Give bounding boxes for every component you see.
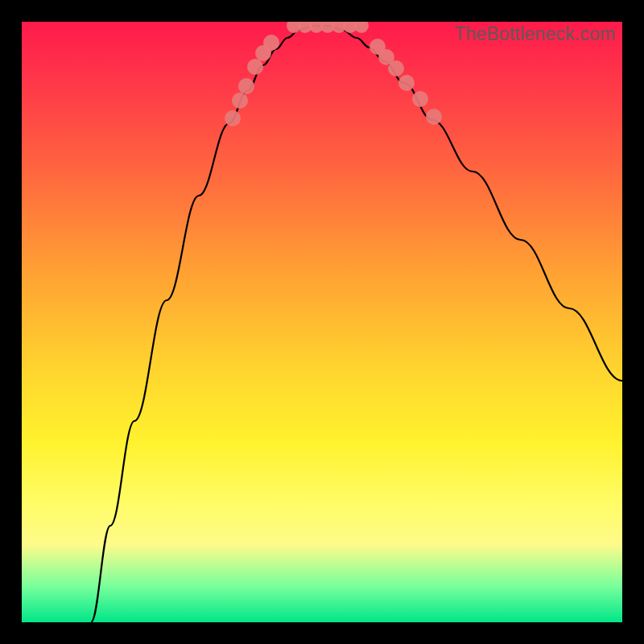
data-points bbox=[225, 22, 442, 126]
data-point bbox=[412, 91, 428, 107]
data-point bbox=[238, 78, 254, 94]
main-curve bbox=[91, 26, 622, 622]
data-point bbox=[225, 110, 241, 126]
chart-svg bbox=[22, 22, 622, 622]
watermark-text: TheBottleneck.com bbox=[455, 23, 616, 45]
data-point bbox=[247, 59, 263, 75]
chart-frame: TheBottleneck.com bbox=[22, 22, 622, 622]
data-point bbox=[354, 22, 369, 33]
data-point bbox=[398, 75, 415, 91]
data-point bbox=[232, 93, 248, 109]
data-point bbox=[388, 60, 404, 76]
data-point bbox=[263, 35, 279, 51]
data-point bbox=[426, 109, 442, 125]
